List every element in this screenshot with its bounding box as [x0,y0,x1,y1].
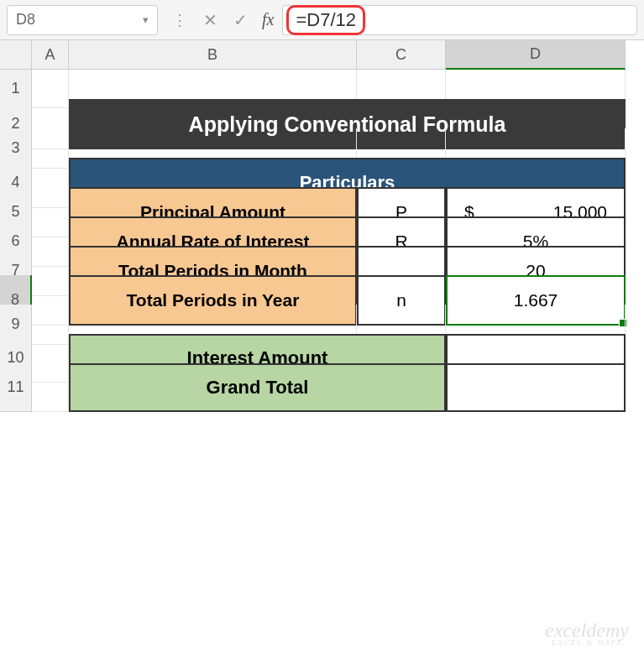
name-box[interactable]: D8 ▾ [7,5,158,35]
formula-bar: D8 ▾ ⋮ ✕ ✓ fx =D7/12 [0,0,644,40]
chevron-down-icon[interactable]: ▾ [143,13,149,26]
watermark: exceldemy EXCEL & DATA [545,619,629,647]
spreadsheet-grid: A B C D 1 2 Applying Conventional Formul… [0,40,644,393]
col-head-a[interactable]: A [32,40,69,70]
select-all-corner[interactable] [0,40,32,70]
name-box-value: D8 [16,11,35,29]
separator-icon: ⋮ [166,7,193,34]
formula-input[interactable]: =D7/12 [282,5,637,35]
accept-icon[interactable]: ✓ [227,7,254,34]
cancel-icon[interactable]: ✕ [196,7,223,34]
col-head-d[interactable]: D [446,40,626,70]
val-total[interactable] [446,363,626,412]
label-total[interactable]: Grand Total [69,363,446,412]
cell-a11[interactable] [32,363,69,412]
col-head-b[interactable]: B [69,40,357,70]
row-head-11[interactable]: 11 [0,363,32,412]
fx-icon[interactable]: fx [262,10,274,29]
formula-value: =D7/12 [286,5,365,35]
col-head-c[interactable]: C [357,40,446,70]
